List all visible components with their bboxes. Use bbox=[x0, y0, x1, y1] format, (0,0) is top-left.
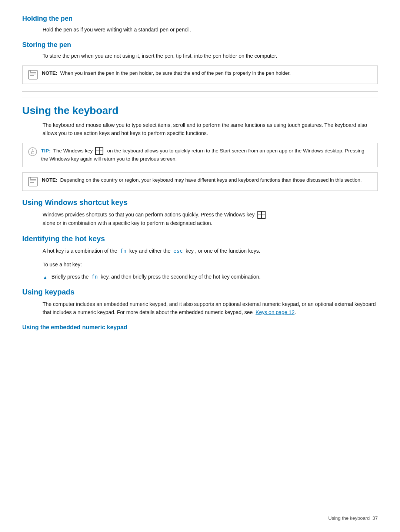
using-windows-shortcut-keys-heading: Using Windows shortcut keys bbox=[22, 198, 378, 207]
windows-key-icon-shortcut bbox=[257, 211, 266, 219]
using-the-keyboard-note-label: NOTE: bbox=[42, 177, 57, 183]
svg-rect-19 bbox=[258, 212, 261, 215]
holding-the-pen-section: Holding the pen Hold the pen as if you w… bbox=[22, 15, 378, 34]
using-the-keyboard-body: The keyboard and mouse allow you to type… bbox=[43, 121, 378, 138]
using-keypads-section: Using keypads The computer includes an e… bbox=[22, 288, 378, 317]
tip-label: TIP: bbox=[41, 148, 51, 154]
using-embedded-numeric-keypad-heading: Using the embedded numeric keypad bbox=[22, 324, 378, 331]
using-the-keyboard-note: NOTE: Depending on the country or region… bbox=[22, 172, 378, 191]
storing-the-pen-heading: Storing the pen bbox=[22, 41, 378, 49]
svg-point-5 bbox=[32, 149, 33, 150]
svg-rect-20 bbox=[262, 212, 265, 215]
svg-rect-13 bbox=[100, 151, 103, 154]
using-the-keyboard-section: Using the keyboard The keyboard and mous… bbox=[22, 98, 378, 191]
storing-the-pen-body: To store the pen when you are not using … bbox=[43, 52, 378, 60]
fn-key-2: fn bbox=[91, 274, 98, 280]
storing-the-pen-note-label: NOTE: bbox=[42, 70, 57, 76]
note-icon bbox=[28, 70, 38, 80]
fn-key-1: fn bbox=[120, 248, 126, 254]
page-footer: Using the keyboard 37 bbox=[328, 515, 378, 521]
using-embedded-numeric-keypad-section: Using the embedded numeric keypad bbox=[22, 324, 378, 331]
windows-key-icon-tip bbox=[95, 147, 103, 155]
using-the-keyboard-heading: Using the keyboard bbox=[22, 98, 378, 117]
svg-rect-21 bbox=[258, 215, 261, 218]
using-the-keyboard-tip: TIP: The Windows key on the keyboard all… bbox=[22, 143, 378, 167]
storing-the-pen-section: Storing the pen To store the pen when yo… bbox=[22, 41, 378, 84]
svg-rect-14 bbox=[29, 177, 37, 186]
tip-icon bbox=[28, 147, 37, 158]
storing-the-pen-note: NOTE: When you insert the pen in the pen… bbox=[22, 65, 378, 84]
keys-on-page-link[interactable]: Keys on page 12 bbox=[256, 309, 294, 315]
identifying-hot-keys-body1: A hot key is a combination of the fn key… bbox=[43, 247, 378, 255]
svg-rect-22 bbox=[262, 215, 265, 218]
bullet-triangle-icon: ▲ bbox=[43, 275, 48, 280]
svg-rect-10 bbox=[96, 148, 99, 151]
using-the-keyboard-tip-text: TIP: The Windows key on the keyboard all… bbox=[41, 147, 372, 163]
section-divider bbox=[22, 91, 378, 92]
hot-keys-bullet: ▲ Briefly press the fn key, and then bri… bbox=[43, 274, 378, 280]
using-keypads-body: The computer includes an embedded numeri… bbox=[43, 300, 378, 317]
holding-the-pen-heading: Holding the pen bbox=[22, 15, 378, 23]
identifying-hot-keys-heading: Identifying the hot keys bbox=[22, 235, 378, 243]
holding-the-pen-body: Hold the pen as if you were writing with… bbox=[43, 26, 378, 34]
hot-keys-bullet-text: Briefly press the fn key, and then brief… bbox=[51, 274, 260, 280]
using-windows-shortcut-keys-section: Using Windows shortcut keys Windows prov… bbox=[22, 198, 378, 228]
identifying-hot-keys-body2: To use a hot key: bbox=[43, 260, 378, 269]
svg-rect-0 bbox=[29, 70, 37, 79]
svg-rect-12 bbox=[96, 151, 99, 154]
footer-text: Using the keyboard bbox=[328, 515, 370, 521]
identifying-hot-keys-section: Identifying the hot keys A hot key is a … bbox=[22, 235, 378, 280]
using-windows-shortcut-keys-body: Windows provides shortcuts so that you c… bbox=[43, 211, 378, 228]
footer-page: 37 bbox=[373, 515, 378, 521]
svg-rect-11 bbox=[100, 148, 103, 151]
storing-the-pen-note-text: NOTE: When you insert the pen in the pen… bbox=[42, 70, 291, 77]
using-the-keyboard-note-text: NOTE: Depending on the country or region… bbox=[42, 176, 362, 184]
esc-key: esc bbox=[173, 248, 183, 254]
note-icon-keyboard bbox=[28, 176, 38, 187]
using-keypads-heading: Using keypads bbox=[22, 288, 378, 296]
